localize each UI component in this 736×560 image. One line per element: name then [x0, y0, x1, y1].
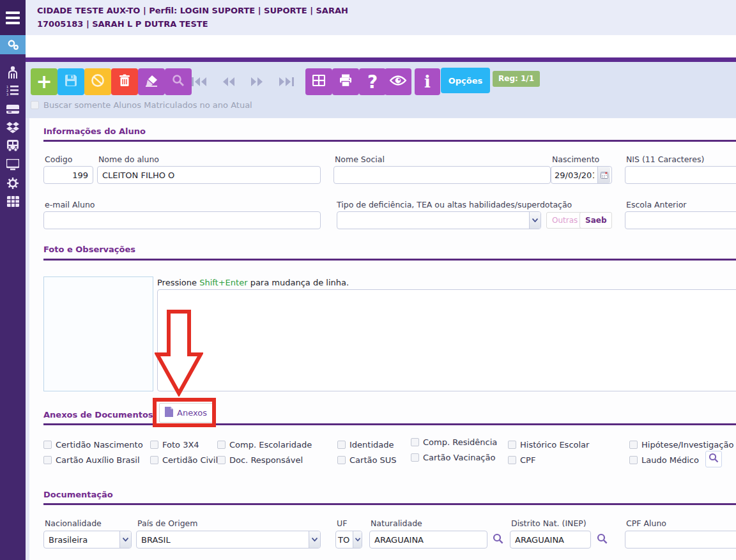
- eraser-icon: [144, 74, 158, 89]
- checkbox-icon[interactable]: [43, 441, 52, 449]
- clear-button[interactable]: [138, 68, 165, 95]
- nacionalidade-select[interactable]: Brasileira: [43, 531, 132, 549]
- nome-aluno-input[interactable]: [97, 166, 321, 184]
- checkbox-certidao-civil[interactable]: Certidão Civil: [150, 455, 218, 465]
- uf-select[interactable]: TO: [335, 531, 362, 549]
- escola-anterior-input[interactable]: [625, 211, 736, 229]
- cancel-button[interactable]: [84, 68, 111, 95]
- checkbox-icon[interactable]: [150, 456, 158, 464]
- uf-value: TO: [336, 535, 353, 545]
- checkbox-icon[interactable]: [629, 441, 638, 449]
- observacoes-textarea[interactable]: [157, 289, 736, 391]
- checkbox-certidao-nascimento[interactable]: Certidão Nascimento: [43, 440, 143, 450]
- checkbox-foto-3x4[interactable]: Foto 3X4: [150, 440, 199, 450]
- checkbox-icon[interactable]: [411, 453, 419, 462]
- last-record-button[interactable]: [275, 72, 298, 91]
- first-record-button[interactable]: [188, 72, 211, 91]
- anexos-button[interactable]: Anexos: [159, 403, 213, 423]
- observacoes-hint: Pressione Shift+Enter para mudança de li…: [157, 278, 349, 287]
- deficiencia-label: Tipo de deficiência, TEA ou altas habili…: [337, 200, 572, 209]
- last-record-icon: [278, 76, 295, 87]
- pais-origem-value: BRASIL: [137, 535, 309, 545]
- grid-view-button[interactable]: [305, 68, 332, 95]
- student-photo-placeholder[interactable]: [43, 276, 153, 391]
- checkbox-cartao-vacinacao[interactable]: Cartão Vacinação: [411, 453, 495, 462]
- outras-button[interactable]: Outras: [546, 212, 583, 229]
- checkbox-cartao-sus[interactable]: Cartão SUS: [337, 455, 397, 465]
- distrito-search-button[interactable]: [594, 531, 610, 548]
- sidebar-item-gears[interactable]: [0, 35, 26, 54]
- anexos-search-button[interactable]: [705, 451, 722, 467]
- checkbox-icon[interactable]: [508, 456, 516, 464]
- checkbox-identidade[interactable]: Identidade: [337, 440, 394, 450]
- checkbox-cartao-auxilio-brasil[interactable]: Cartão Auxílio Brasil: [43, 455, 140, 465]
- checkbox-hipotese-investigacao[interactable]: Hipótese/Investigação: [629, 440, 733, 450]
- checkbox-icon[interactable]: [31, 101, 39, 109]
- calendar-icon[interactable]: [597, 167, 610, 183]
- chevron-down-icon: [119, 531, 131, 548]
- add-button[interactable]: +: [31, 68, 57, 95]
- tab-strip: [26, 57, 736, 62]
- checkbox-cpf[interactable]: CPF: [508, 455, 535, 465]
- sidebar-item-numbered-list[interactable]: 123: [0, 81, 26, 100]
- sidebar-item-box[interactable]: [0, 118, 26, 137]
- previous-record-button[interactable]: [217, 72, 240, 91]
- info-button[interactable]: i: [415, 68, 440, 95]
- checkbox-icon[interactable]: [411, 438, 419, 446]
- grid-icon: [7, 196, 19, 207]
- checkbox-comp-escolaridade[interactable]: Comp. Escolaridade: [217, 440, 312, 450]
- cpf-aluno-input[interactable]: [625, 531, 736, 549]
- sidebar-item-monitor[interactable]: [0, 155, 26, 174]
- search-icon: [172, 74, 185, 89]
- monitor-icon: [6, 159, 19, 170]
- print-button[interactable]: [332, 68, 359, 95]
- cpf-aluno-label: CPF Aluno: [626, 518, 666, 528]
- naturalidade-input[interactable]: [369, 531, 487, 549]
- nascimento-input[interactable]: [551, 170, 597, 180]
- sidebar-item-grid[interactable]: [0, 192, 26, 211]
- options-button[interactable]: Opções: [441, 68, 490, 93]
- checkbox-icon[interactable]: [337, 456, 346, 464]
- checkbox-historico-escolar[interactable]: Histórico Escolar: [508, 440, 589, 450]
- deficiencia-select[interactable]: [337, 211, 541, 229]
- sidebar-item-settings[interactable]: [0, 174, 26, 192]
- info-icon: i: [424, 72, 431, 91]
- checkbox-icon[interactable]: [43, 456, 52, 464]
- email-input[interactable]: [43, 211, 321, 229]
- chevron-down-icon: [529, 212, 540, 229]
- form-content: Informações do Aluno Codigo Nome do alun…: [29, 118, 736, 560]
- checkbox-laudo-medico[interactable]: Laudo Médico: [629, 455, 699, 465]
- next-record-button[interactable]: [245, 72, 268, 91]
- save-button[interactable]: [57, 68, 84, 95]
- sidebar-item-bus[interactable]: [0, 137, 26, 155]
- filter-matriculados-label: Buscar somente Alunos Matriculados no an…: [43, 100, 252, 110]
- codigo-input[interactable]: [43, 166, 93, 184]
- view-button[interactable]: [385, 68, 411, 95]
- checkbox-icon[interactable]: [337, 441, 346, 449]
- delete-button[interactable]: [111, 68, 138, 95]
- naturalidade-label: Naturalidade: [371, 518, 422, 528]
- checkbox-icon[interactable]: [217, 456, 226, 464]
- section-title-informacoes: Informações do Aluno: [43, 126, 146, 136]
- pais-origem-select[interactable]: BRASIL: [136, 531, 321, 549]
- sidebar-item-person[interactable]: [0, 63, 26, 81]
- nome-social-label: Nome Social: [335, 155, 385, 164]
- checkbox-icon[interactable]: [217, 441, 226, 449]
- naturalidade-search-button[interactable]: [490, 531, 505, 548]
- help-button[interactable]: ?: [359, 68, 386, 95]
- section-title-anexos: Anexos de Documentos: [43, 410, 153, 420]
- trash-icon: [119, 74, 130, 89]
- checkbox-doc-responsavel[interactable]: Doc. Responsável: [217, 455, 303, 465]
- hamburger-menu-icon[interactable]: [0, 0, 26, 35]
- checkbox-icon[interactable]: [508, 441, 516, 449]
- saeb-button[interactable]: Saeb: [579, 212, 612, 229]
- checkbox-icon[interactable]: [150, 441, 158, 449]
- checkbox-comp-residencia[interactable]: Comp. Residência: [411, 437, 497, 447]
- filter-matriculados-checkbox[interactable]: Buscar somente Alunos Matriculados no an…: [31, 100, 252, 110]
- nome-social-input[interactable]: [334, 166, 551, 184]
- checkbox-icon[interactable]: [629, 456, 638, 464]
- distrito-input[interactable]: [510, 531, 591, 549]
- nis-input[interactable]: [625, 166, 736, 184]
- sidebar-item-card[interactable]: [0, 100, 26, 118]
- record-count-badge: Reg: 1/1: [493, 71, 540, 87]
